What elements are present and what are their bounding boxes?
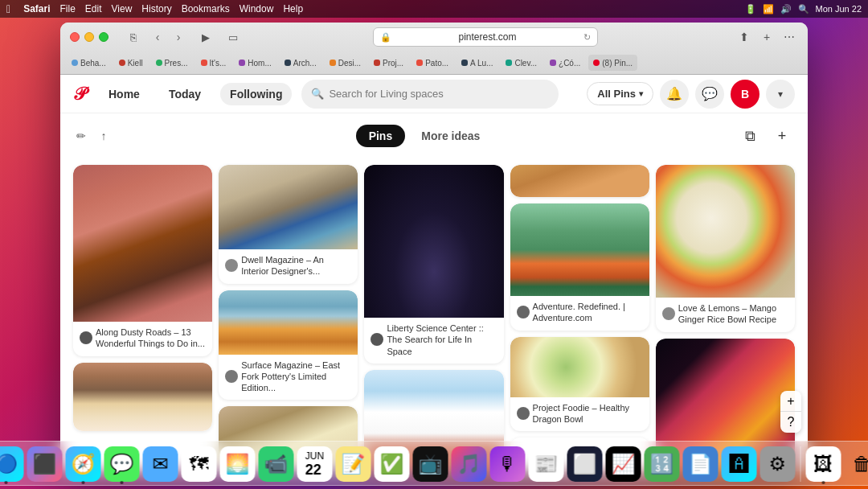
bookmark-label-pato: Pato... [425,59,448,68]
dock-pages[interactable]: 📄 [683,446,719,482]
pinterest-logo[interactable]: 𝒫 [73,84,86,105]
pin-bowl[interactable]: Project Foodie – Healthy Dragon Bowl [510,337,649,432]
dock-music[interactable]: 🎵 [452,446,487,482]
browser-window: ⎘ ‹ › ▶ ▭ 🔒 pinterest.com ↻ ⬆ + ⋯ [60,23,808,471]
address-bar[interactable]: 🔒 pinterest.com ↻ [373,27,598,47]
tab-more-ideas[interactable]: More ideas [408,125,493,147]
bookmark-tab-beha[interactable]: Beha... [67,55,111,71]
reload-icon[interactable]: ↻ [583,32,591,43]
all-pins-button[interactable]: All Pins ▾ [587,82,653,105]
bookmark-tab-alu[interactable]: A Lu... [457,55,497,71]
pin-hills[interactable] [73,363,212,431]
new-tab-icon[interactable]: + [758,28,776,46]
dock-notes[interactable]: 📝 [336,446,371,482]
board-tabs: Pins More ideas [118,125,731,147]
menu-help[interactable]: Help [283,3,303,14]
pin-building[interactable]: Along Dusty Roads – 13 Wonderful Things … [73,165,212,356]
pin-camping[interactable]: Adventure. Redefined. | Adventure.com [510,203,649,331]
dock-photos[interactable]: 🌅 [220,446,256,482]
minimize-button[interactable] [84,32,94,42]
sidebar-icon[interactable]: ⋯ [780,28,798,46]
dock-maps[interactable]: 🗺 [182,446,217,482]
dock-numbers[interactable]: 🔢 [645,446,680,482]
dock-sysprefs[interactable]: ⚙ [760,446,796,482]
dock-safari[interactable]: 🧭 [66,446,101,482]
bookmark-tab-clev[interactable]: Clev... [501,55,542,71]
dock-podcasts[interactable]: 🎙 [490,446,526,482]
menu-file[interactable]: File [59,3,75,14]
tab-sidebar-icon[interactable]: ⎘ [125,28,142,46]
pin-pottery[interactable]: Surface Magazine – East Fork Pottery's L… [219,290,358,401]
bookmark-label-clev: Clev... [514,59,537,68]
dock-helium[interactable]: ⬜ [567,446,603,482]
forward-button[interactable]: › [170,28,187,46]
pin-pottery-caption: Surface Magazine – East Fork Pottery's L… [219,355,358,401]
tab-icon[interactable]: ▭ [224,28,242,46]
dock-preview[interactable]: 🖼 [806,446,841,482]
bookmark-tab-proj[interactable]: Proj... [369,55,408,71]
menu-history[interactable]: History [141,3,171,14]
menu-edit[interactable]: Edit [85,3,102,14]
menu-window[interactable]: Window [240,3,274,14]
menu-safari[interactable]: Safari [23,3,50,14]
search-bar[interactable]: 🔍 Search for Living spaces [301,80,559,109]
zoom-in-button[interactable]: + [780,391,801,412]
reader-icon[interactable]: ▶ [197,28,215,46]
edit-board-icon[interactable]: ✏ [73,128,89,144]
dock-messages[interactable]: 💬 [104,446,140,482]
bookmark-tab-como[interactable]: ¿Có... [545,55,585,71]
more-options-button[interactable]: ▾ [766,80,795,109]
dock-stocks[interactable]: 📈 [606,446,641,482]
bookmark-tab-pres[interactable]: Pres... [151,55,193,71]
dock-appstore[interactable]: 🅰 [722,446,757,482]
pin-salad[interactable]: Love & Lemons – Mango Ginger Rice Bowl R… [656,165,795,332]
search-menubar-icon[interactable]: 🔍 [798,4,809,14]
menu-bookmarks[interactable]: Bookmarks [182,3,230,14]
filter-button[interactable]: ⧉ [737,123,763,149]
dock-finder[interactable]: 🔵 [0,446,24,482]
dock-mail[interactable]: ✉ [143,446,178,482]
pin-user-dot [225,370,238,383]
nav-today[interactable]: Today [159,83,211,105]
share-board-icon[interactable]: ↑ [96,128,112,144]
add-pin-button[interactable]: + [769,123,795,149]
pin-partial-bottom2[interactable] [510,165,649,197]
pin-interior-image [219,165,358,249]
bookmark-tab-pato[interactable]: Pato... [411,55,453,71]
bookmark-tab-arch[interactable]: Arch... [280,55,321,71]
bookmark-label-como: ¿Có... [559,59,580,68]
pin-interior[interactable]: Dwell Magazine – An Interior Designer's.… [219,165,358,284]
messages-button[interactable]: 💬 [695,80,724,109]
tabs-bar: Beha... Kiell Pres... It's... Hom... Arc… [60,51,808,74]
nav-home[interactable]: Home [99,83,149,105]
favicon-its [201,60,207,66]
bookmark-tab-hom[interactable]: Hom... [234,55,276,71]
apple-logo-icon[interactable]:  [6,2,10,15]
maximize-button[interactable] [99,32,108,42]
dock-calendar[interactable]: JUN22 [297,446,333,482]
back-button[interactable]: ‹ [149,28,166,46]
nav-following[interactable]: Following [220,83,292,105]
bookmark-tab-its[interactable]: It's... [196,55,231,71]
pin-building-image [73,165,212,322]
dock-tv[interactable]: 📺 [413,446,448,482]
dock-news[interactable]: 📰 [529,446,564,482]
dock-facetime[interactable]: 📹 [259,446,294,482]
share-icon[interactable]: ⬆ [735,28,753,46]
user-avatar[interactable]: B [731,80,760,109]
pin-interior-text: Dwell Magazine – An Interior Designer's.… [241,254,351,277]
zoom-out-button[interactable]: ? [780,412,801,433]
dock-trash[interactable]: 🗑 [845,446,869,482]
tab-pins[interactable]: Pins [356,125,406,147]
reminders-icon: ✅ [380,453,404,475]
bookmark-tab-desi[interactable]: Desi... [325,55,366,71]
close-button[interactable] [70,32,80,42]
menu-view[interactable]: View [112,3,133,14]
bookmark-tab-pin[interactable]: (8) Pin... [588,55,637,71]
dock-reminders[interactable]: ✅ [375,446,410,482]
pin-space[interactable]: Liberty Science Center :: The Search for… [364,165,503,364]
notifications-button[interactable]: 🔔 [660,80,689,109]
dock-launchpad[interactable]: ⬛ [27,446,63,482]
appstore-icon: 🅰 [730,453,749,475]
bookmark-tab-kiell[interactable]: Kiell [114,55,148,71]
